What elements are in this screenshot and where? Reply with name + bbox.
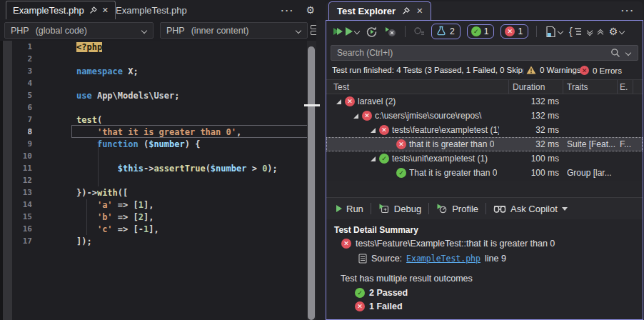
- debug-button[interactable]: Debug: [378, 203, 421, 214]
- expander-icon[interactable]: [349, 114, 362, 119]
- failed-tests-filter[interactable]: ✕ 1: [500, 24, 528, 39]
- group-by-icon[interactable]: {: [569, 26, 581, 37]
- code-line[interactable]: 8 'that it is greater than 0',: [12, 126, 307, 138]
- code-line[interactable]: 9 function ($number) {: [12, 138, 307, 150]
- chevron-down-icon[interactable]: [625, 50, 631, 56]
- code-line[interactable]: 11 $this->assertTrue($number > 0);: [12, 162, 307, 174]
- chevron-down-icon: [296, 28, 301, 34]
- expander-icon[interactable]: [332, 99, 345, 104]
- failed-test-row[interactable]: ✕ tests\Feature\ExampleTest::that it is …: [341, 239, 555, 249]
- passed-tests-filter[interactable]: ✓ 1: [467, 24, 495, 39]
- collapse-all-icon[interactable]: [588, 29, 592, 35]
- test-name: tests\feature\exampletest (1): [392, 125, 499, 135]
- code-line[interactable]: 12: [12, 174, 307, 186]
- ask-copilot-button[interactable]: Ask Copilot: [493, 204, 568, 214]
- code-line[interactable]: 6: [12, 101, 307, 114]
- test-tree-row[interactable]: ✕tests\feature\exampletest (1)32 ms: [326, 123, 643, 137]
- test-tree-row[interactable]: ✕that it is greater than 032 msSuite [Fe…: [326, 137, 643, 151]
- code-line[interactable]: 13})->with([: [12, 186, 307, 199]
- breakpoint-margin[interactable]: [0, 41, 12, 320]
- more-options-icon[interactable]: ···: [621, 5, 635, 16]
- code-line[interactable]: 17]);: [12, 235, 307, 247]
- pin-icon[interactable]: [89, 6, 97, 14]
- editor-tab-label: ExampleTest.php: [13, 5, 84, 16]
- pin-icon[interactable]: [402, 7, 410, 15]
- source-file-link[interactable]: ExampleTest.php: [406, 254, 481, 264]
- code-line[interactable]: 14 'a' => [1],: [12, 199, 307, 211]
- code-line[interactable]: 2: [12, 53, 307, 65]
- editor-scrollbar[interactable]: [307, 41, 316, 320]
- profile-button[interactable]: Profile: [436, 203, 478, 214]
- close-icon[interactable]: ✕: [416, 6, 423, 16]
- code-line[interactable]: 5use App\Models\User;: [12, 89, 307, 101]
- column-traits[interactable]: Traits: [567, 82, 588, 92]
- errors-status[interactable]: ✕ 0 Errors: [580, 66, 622, 75]
- editor-tab-inactive[interactable]: ExampleTest.php: [109, 1, 193, 19]
- visual-studio-window: ExampleTest.php ✕ ExampleTest.php ··· ⚙ …: [0, 0, 644, 320]
- test-tree-row[interactable]: ✓tests\unit\exampletest (1)100 ms: [326, 151, 643, 166]
- play-icon: [336, 205, 342, 212]
- test-run-status-bar: Test run finished: 4 Tests (3 Passed, 1 …: [326, 62, 643, 79]
- code-text: $this->assertTrue($number > 0);: [76, 164, 278, 174]
- run-all-tests-icon[interactable]: [333, 28, 339, 35]
- run-button[interactable]: Run: [336, 204, 363, 214]
- code-text: <?php: [76, 42, 102, 52]
- code-line[interactable]: 1<?php: [12, 41, 307, 53]
- pane-splitter[interactable]: [316, 20, 326, 320]
- column-test[interactable]: Test: [333, 82, 349, 92]
- panel-title: Test Explorer: [337, 6, 396, 16]
- code-line[interactable]: 15 'b' => [2],: [12, 211, 307, 223]
- scope-dropdown-global[interactable]: PHP (global code): [4, 22, 154, 39]
- test-tree-row[interactable]: ✓That it is greater than 0100 msGroup [l…: [326, 166, 643, 180]
- more-options-icon[interactable]: ···: [281, 5, 294, 16]
- search-icon[interactable]: [610, 48, 620, 58]
- code-line[interactable]: 3namespace X;: [12, 65, 307, 77]
- test-tree-row[interactable]: ✕c:\users\jmise\source\repos\laravel...1…: [326, 109, 643, 123]
- scope-dropdown-inner[interactable]: PHP (inner content): [160, 22, 308, 39]
- code-editor[interactable]: 1<?php23namespace X;45use App\Models\Use…: [12, 41, 307, 320]
- code-text: })->with([: [76, 188, 128, 198]
- total-tests-filter[interactable]: 2: [431, 24, 461, 39]
- cancel-run-icon[interactable]: [384, 26, 397, 38]
- close-icon[interactable]: ✕: [102, 6, 109, 15]
- warnings-label: 0 Warnings: [540, 66, 581, 74]
- expand-all-icon[interactable]: [598, 27, 603, 36]
- editor-tab-active[interactable]: ExampleTest.php ✕: [6, 1, 116, 19]
- column-error[interactable]: E.: [620, 82, 628, 92]
- panel-tab-row: Test Explorer ✕ ···: [326, 1, 643, 20]
- code-text: 'a' => [1],: [76, 200, 154, 210]
- playlist-icon[interactable]: [545, 26, 563, 38]
- column-duration[interactable]: Duration: [513, 82, 545, 92]
- outcome-row: ✓2 Passed: [355, 288, 408, 298]
- detail-toolbar: Run Debug: [326, 197, 643, 219]
- debug-label: Debug: [394, 204, 421, 214]
- run-icon[interactable]: [346, 27, 359, 36]
- results-table-header: Test Duration Traits E.: [326, 79, 643, 94]
- code-line[interactable]: 10: [12, 150, 307, 162]
- outcome-label: 2 Passed: [369, 288, 408, 298]
- test-tree-row[interactable]: ✕laravel (2)132 ms: [326, 94, 643, 109]
- profile-label: Profile: [452, 204, 478, 214]
- error-icon: ✕: [580, 66, 589, 75]
- line-number: 9: [12, 139, 32, 149]
- editor-tab-bar: ExampleTest.php ✕ ExampleTest.php ··· ⚙: [0, 0, 325, 20]
- warnings-status[interactable]: 0 Warnings: [526, 66, 581, 74]
- chevron-down-icon: [558, 29, 563, 34]
- test-explorer-tab[interactable]: Test Explorer ✕: [328, 1, 431, 20]
- scrollbar-thumb[interactable]: [308, 46, 315, 320]
- outcome-note: Test has multiple result outcomes: [341, 274, 473, 284]
- gear-icon[interactable]: ⚙: [306, 4, 315, 16]
- expander-icon[interactable]: [366, 156, 379, 161]
- code-line[interactable]: 4: [12, 77, 307, 89]
- copilot-icon: [493, 204, 506, 214]
- expander-icon[interactable]: [366, 128, 379, 133]
- code-line[interactable]: 16 'c' => [-1],: [12, 223, 307, 235]
- settings-gear-icon[interactable]: ⚙: [609, 26, 625, 37]
- repeat-last-run-icon[interactable]: [366, 26, 378, 38]
- search-input[interactable]: [331, 48, 610, 58]
- error-cell: F...: [620, 139, 638, 149]
- code-line[interactable]: 7test(: [12, 114, 307, 126]
- warning-icon: [526, 66, 536, 74]
- line-number: 8: [12, 127, 32, 136]
- line-number: 13: [12, 188, 32, 197]
